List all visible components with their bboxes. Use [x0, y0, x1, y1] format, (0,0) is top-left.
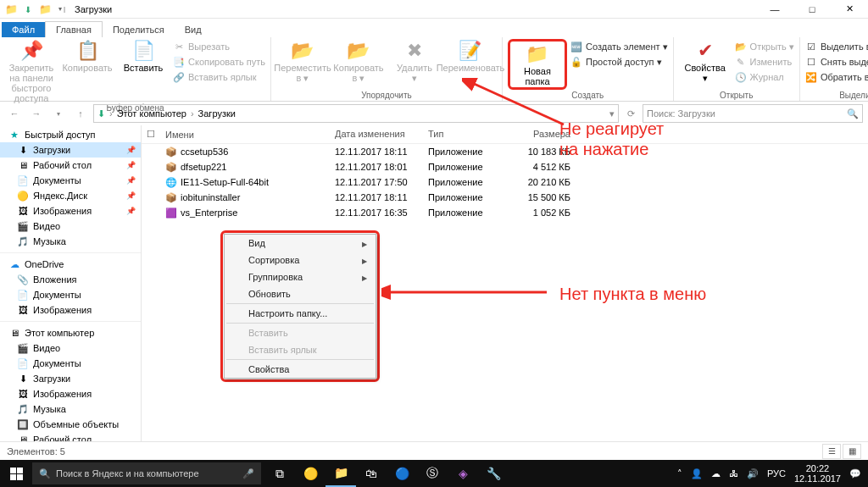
- downloads-icon: ⬇: [97, 108, 105, 119]
- checkbox-header[interactable]: ☐: [142, 125, 160, 143]
- file-row[interactable]: 🟪vs_Enterprise12.11.2017 16:35Приложение…: [142, 205, 868, 220]
- sidebar-quick-item-4[interactable]: 🖼Изображения📌: [0, 203, 141, 219]
- sidebar-thispc-item-0[interactable]: 🎬Видео: [0, 340, 141, 356]
- sidebar-onedrive-item-1[interactable]: 📄Документы: [0, 287, 141, 302]
- copypath-button[interactable]: 📑Скопировать путь: [173, 54, 265, 69]
- paste-button[interactable]: 📄Вставить: [117, 39, 170, 73]
- properties-button[interactable]: ✔Свойства ▾: [679, 39, 732, 83]
- sidebar: ★Быстрый доступ ⬇Загрузки📌🖥Рабочий стол📌…: [0, 125, 142, 442]
- recent-button[interactable]: ▾: [49, 104, 68, 123]
- sidebar-onedrive-item-0[interactable]: 📎Вложения: [0, 272, 141, 287]
- crumb-downloads[interactable]: Загрузки: [198, 108, 236, 119]
- history-button[interactable]: 🕓Журнал: [735, 69, 794, 85]
- tray-volume-icon[interactable]: 🔊: [747, 468, 759, 479]
- selectinvert-button[interactable]: 🔀Обратить выделение: [805, 69, 868, 85]
- open-button[interactable]: 📂Открыть ▾: [735, 39, 794, 54]
- cut-button[interactable]: ✂Вырезать: [173, 39, 265, 54]
- sidebar-onedrive-item-2[interactable]: 🖼Изображения: [0, 302, 141, 318]
- sidebar-quick-item-6[interactable]: 🎵Музыка: [0, 234, 141, 249]
- sidebar-quick-item-5[interactable]: 🎬Видео: [0, 219, 141, 234]
- ctx-properties[interactable]: Свойства: [225, 361, 376, 378]
- easyaccess-button[interactable]: 🔓Простой доступ ▾: [570, 54, 668, 69]
- file-row[interactable]: 🌐IE11-Setup-Full-64bit12.11.2017 17:50Пр…: [142, 174, 868, 190]
- address-bar: ← → ▾ ↑ ⬇ Этот компьютер Загрузки ▾ ⟳ По…: [0, 102, 868, 125]
- tray-notifications-icon[interactable]: 💬: [849, 468, 861, 479]
- tb-browser[interactable]: 🟡: [295, 460, 326, 487]
- sidebar-quickaccess[interactable]: ★Быстрый доступ: [0, 127, 141, 142]
- refresh-button[interactable]: ⟳: [622, 108, 639, 119]
- selectall-button[interactable]: ☑Выделить все: [805, 39, 868, 54]
- view-details-button[interactable]: ☰: [822, 444, 841, 459]
- sidebar-quick-item-0[interactable]: ⬇Загрузки📌: [0, 142, 141, 158]
- minimize-button[interactable]: —: [756, 0, 793, 19]
- selectnone-button[interactable]: ☐Снять выделение: [805, 54, 868, 69]
- sidebar-quick-item-3[interactable]: 🟡Яндекс.Диск📌: [0, 188, 141, 203]
- ctx-refresh[interactable]: Обновить: [225, 285, 376, 302]
- tray-people-icon[interactable]: 👤: [691, 468, 703, 479]
- sidebar-thispc-item-2[interactable]: ⬇Загрузки: [0, 371, 141, 386]
- taskbar-search[interactable]: 🔍Поиск в Яндекс и на компьютере🎤: [32, 462, 261, 484]
- view-icons-button[interactable]: ▦: [843, 444, 861, 459]
- sidebar-quick-item-2[interactable]: 📄Документы📌: [0, 173, 141, 188]
- sidebar-thispc[interactable]: 🖥Этот компьютер: [0, 325, 141, 340]
- tb-defrag[interactable]: 🔧: [478, 460, 509, 487]
- start-button[interactable]: [0, 468, 32, 480]
- file-row[interactable]: 📦iobituninstaller12.11.2017 18:11Приложе…: [142, 190, 868, 205]
- forward-button[interactable]: →: [27, 104, 46, 123]
- sidebar-thispc-item-5[interactable]: 🔲Объемные объекты: [0, 417, 141, 432]
- ctx-paste: Вставить: [225, 324, 376, 341]
- search-input[interactable]: Поиск: Загрузки 🔍: [643, 104, 863, 123]
- sidebar-thispc-item-3[interactable]: 🖼Изображения: [0, 386, 141, 401]
- ctx-sort[interactable]: Сортировка: [225, 252, 376, 268]
- maximize-button[interactable]: □: [793, 0, 831, 19]
- pin-quickaccess-button[interactable]: 📌Закрепить на панели быстрого доступа: [5, 39, 58, 103]
- tb-app2[interactable]: 🔵: [387, 460, 417, 487]
- tray-cloud-icon[interactable]: ☁: [711, 468, 721, 479]
- rename-button[interactable]: 📝Переименовать: [444, 39, 497, 73]
- mic-icon[interactable]: 🎤: [242, 468, 254, 479]
- pasteshortcut-button[interactable]: 🔗Вставить ярлык: [173, 69, 265, 85]
- ribbon-tabs: Файл Главная Поделиться Вид: [0, 19, 868, 37]
- edit-button[interactable]: ✎Изменить: [735, 54, 794, 69]
- sidebar-thispc-item-4[interactable]: 🎵Музыка: [0, 401, 141, 417]
- crumb-dropdown-icon[interactable]: ▾: [609, 108, 615, 119]
- sidebar-thispc-item-1[interactable]: 📄Документы: [0, 356, 141, 371]
- context-menu: Вид Сортировка Группировка Обновить Наст…: [224, 234, 376, 379]
- back-button[interactable]: ←: [5, 104, 24, 123]
- titlebar: ▾ | Загрузки — □ ✕: [0, 0, 868, 19]
- ctx-view[interactable]: Вид: [225, 235, 376, 252]
- tray-up-icon[interactable]: ˄: [677, 468, 682, 479]
- annotation-arrow-2: [381, 279, 551, 305]
- moveto-button[interactable]: 📂Переместить в ▾: [276, 39, 329, 83]
- col-name[interactable]: Имени: [160, 125, 330, 143]
- ctx-customize[interactable]: Настроить папку...: [225, 305, 376, 322]
- copy-button[interactable]: 📋Копировать: [61, 39, 114, 73]
- tab-share[interactable]: Поделиться: [103, 22, 175, 37]
- tb-explorer[interactable]: 📁: [326, 460, 356, 487]
- ctx-group[interactable]: Группировка: [225, 268, 376, 285]
- tab-file[interactable]: Файл: [2, 22, 45, 37]
- tray-network-icon[interactable]: 🖧: [729, 468, 738, 479]
- qat-down-icon[interactable]: [20, 2, 36, 17]
- file-row[interactable]: 📦dfsetup22112.11.2017 18:01Приложение4 5…: [142, 159, 868, 174]
- sidebar-quick-item-1[interactable]: 🖥Рабочий стол📌: [0, 158, 141, 173]
- tray-clock[interactable]: 20:2212.11.2017: [794, 463, 841, 484]
- tb-app1[interactable]: 🛍: [356, 460, 387, 487]
- tab-view[interactable]: Вид: [175, 22, 212, 37]
- copyto-button[interactable]: 📂Копировать в ▾: [332, 39, 385, 83]
- tb-skype[interactable]: Ⓢ: [417, 460, 448, 487]
- tray-lang[interactable]: РУС: [767, 468, 786, 479]
- tab-home[interactable]: Главная: [45, 21, 103, 37]
- up-button[interactable]: ↑: [71, 104, 90, 123]
- delete-button[interactable]: ✖Удалить ▾: [388, 39, 441, 83]
- close-button[interactable]: ✕: [831, 0, 868, 19]
- contextmenu-highlight: Вид Сортировка Группировка Обновить Наст…: [220, 230, 380, 382]
- file-row[interactable]: 📦ccsetup53612.11.2017 18:11Приложение10 …: [142, 144, 868, 159]
- qat-dropdown[interactable]: ▾ |: [54, 2, 70, 17]
- taskview-button[interactable]: ⧉: [264, 460, 295, 487]
- crumb-thispc[interactable]: Этот компьютер: [117, 108, 186, 119]
- col-date[interactable]: Дата изменения: [330, 125, 423, 143]
- newitem-button[interactable]: 🆕Создать элемент ▾: [570, 39, 668, 54]
- tb-vs[interactable]: ◈: [448, 460, 478, 487]
- sidebar-onedrive[interactable]: ☁OneDrive: [0, 257, 141, 272]
